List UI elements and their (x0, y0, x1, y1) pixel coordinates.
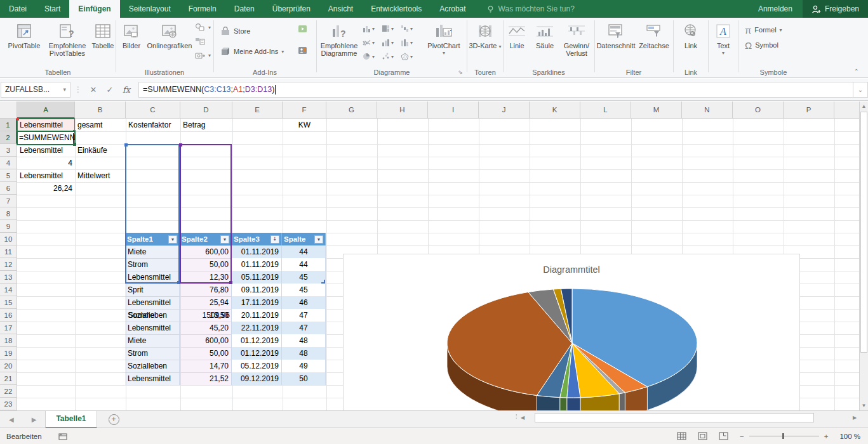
zeitachse-button[interactable]: Zeitachse (636, 20, 672, 66)
horizontal-scroll-thumb[interactable] (535, 413, 814, 422)
macro-record-icon[interactable] (58, 433, 67, 440)
tab-formeln[interactable]: Formeln (180, 0, 225, 18)
column-header-J[interactable]: J (479, 101, 530, 119)
table-header-spalte[interactable]: Spalte▼ (282, 233, 326, 245)
tab-seitenlayout[interactable]: Seitenlayout (120, 0, 180, 18)
row-header-9[interactable]: 9 (0, 220, 17, 233)
table-cell[interactable]: 12,30 (180, 271, 232, 284)
table-cell[interactable]: Lebensmittel (125, 372, 180, 385)
row-header-7[interactable]: 7 (0, 195, 17, 207)
row-header-16[interactable]: 16 (0, 309, 17, 322)
formula-bar-expand-button[interactable]: ⌄ (853, 82, 868, 98)
table-cell[interactable]: 22.11.2019 (232, 322, 282, 334)
table-cell[interactable]: 76,80 (180, 284, 232, 296)
name-box-dropdown-icon[interactable]: ▾ (63, 86, 66, 93)
sheet-nav-right-icon[interactable]: ▶ (23, 416, 46, 423)
empfohlene-diagramme-button[interactable]: ? Empfohlene Diagramme (318, 20, 360, 66)
tab-entwicklertools[interactable]: Entwicklertools (362, 0, 431, 18)
sparkline-linie-button[interactable]: Linie (504, 20, 530, 66)
cell-A6[interactable]: 26,24 (17, 182, 75, 195)
row-header-5[interactable]: 5 (0, 169, 17, 182)
name-box[interactable]: ZUFALLSB... ▾ (1, 82, 70, 98)
row-header-23[interactable]: 23 (0, 398, 17, 410)
pivottable-button[interactable]: PivotTable (4, 20, 44, 66)
zoom-slider[interactable]: − + (740, 433, 828, 440)
scroll-up-icon[interactable]: ▲ (860, 103, 868, 109)
table-cell[interactable]: Lebensmittel (125, 271, 180, 284)
table-cell[interactable]: 46 (282, 296, 326, 309)
line-chart-button[interactable]: ▾ (363, 36, 382, 49)
table-cell[interactable]: 50,00 (180, 258, 232, 271)
share-button[interactable]: Freigeben (803, 0, 868, 18)
cell-B1[interactable]: gesamt (75, 119, 126, 131)
row-header-10[interactable]: 10 (0, 233, 17, 245)
table-cell[interactable]: 44 (282, 245, 326, 258)
zoom-level[interactable]: 100 % (839, 433, 860, 440)
table-resize-handle[interactable] (321, 280, 325, 284)
row-header-17[interactable]: 17 (0, 322, 17, 334)
horizontal-scrollbar[interactable]: ◀ ▶ (518, 412, 859, 423)
cell-B3[interactable]: Einkäufe (75, 144, 126, 157)
addin-recent-1-icon[interactable] (298, 22, 307, 36)
datenschnitt-button[interactable]: Datenschnitt (595, 20, 637, 66)
empfohlene-pivottables-button[interactable]: ? Empfohlene PivotTables (44, 20, 90, 66)
table-cell[interactable]: Miete (125, 245, 180, 258)
addin-recent-2-icon[interactable] (298, 43, 307, 57)
table-cell[interactable]: 50,00 (180, 347, 232, 360)
row-header-21[interactable]: 21 (0, 372, 17, 385)
vertical-scroll-thumb[interactable] (860, 112, 867, 353)
select-all-corner[interactable] (0, 101, 17, 119)
zoom-thumb[interactable] (782, 433, 784, 439)
table-header-spalte3[interactable]: Spalte3⇣ (232, 233, 282, 245)
sign-in-button[interactable]: Anmelden (748, 0, 803, 18)
tab-daten[interactable]: Daten (225, 0, 264, 18)
table-cell[interactable]: 45 (282, 271, 326, 284)
row-header-19[interactable]: 19 (0, 347, 17, 360)
tabelle-button[interactable]: Tabelle (90, 20, 116, 66)
sparkline-saeule-button[interactable]: Säule (531, 20, 558, 66)
table-cell[interactable]: 48 (282, 334, 326, 347)
table-cell[interactable]: 48 (282, 347, 326, 360)
tell-me-search[interactable]: Was möchten Sie tun? (486, 0, 575, 18)
row-header-14[interactable]: 14 (0, 284, 17, 296)
waterfall-chart-button[interactable]: ▾ (401, 22, 420, 36)
table-cell[interactable]: 50 (282, 372, 326, 385)
column-header-N[interactable]: N (682, 101, 733, 119)
row-header-1[interactable]: 1 (0, 119, 17, 131)
bilder-button[interactable]: Bilder (117, 20, 145, 66)
scatter-chart-button[interactable]: ▾ (382, 49, 401, 63)
zoom-in-icon[interactable]: + (824, 433, 829, 440)
row-header-20[interactable]: 20 (0, 360, 17, 372)
table-cell[interactable]: Strom (125, 258, 180, 271)
text-button[interactable]: A Text ▾ (704, 20, 742, 66)
table-cell[interactable]: 49 (282, 360, 326, 372)
normal-view-icon[interactable] (677, 432, 686, 440)
table-cell[interactable]: 17.11.2019 (232, 296, 282, 309)
column-chart-button[interactable]: ▾ (363, 22, 382, 36)
karte-3d-button[interactable]: 3D-Karte ▾ (465, 20, 505, 66)
tab-ansicht[interactable]: Ansicht (319, 0, 362, 18)
chart-title[interactable]: Diagrammtitel (344, 264, 799, 275)
table-cell[interactable]: 01.12.2019 (232, 334, 282, 347)
cell-F1[interactable]: KW (283, 119, 326, 131)
table-cell[interactable]: 09.11.2019 (232, 284, 282, 296)
column-header-F[interactable]: F (283, 101, 326, 119)
tab-einfügen[interactable]: Einfügen (69, 0, 119, 18)
column-header-A[interactable]: A (17, 101, 75, 119)
table-cell[interactable]: 14,70 (180, 360, 232, 372)
bar-chart-button[interactable]: ▾ (382, 36, 401, 49)
tab-datei[interactable]: Datei (0, 0, 36, 18)
sparkline-gewinn-verlust-button[interactable]: Gewinn/ Verlust (559, 20, 594, 66)
table-cell[interactable]: 05.11.2019 (232, 271, 282, 284)
treemap-chart-button[interactable]: ▾ (382, 22, 401, 36)
enter-entry-button[interactable]: ✓ (102, 85, 118, 95)
tab-scroll-splitter[interactable]: ⁞ (516, 414, 516, 420)
pie-chart-panel[interactable]: Diagrammtitel MieteStromLebensmittelSpri… (343, 254, 800, 410)
table-cell[interactable]: 25,94 (180, 296, 232, 309)
smartart-button[interactable] (195, 34, 205, 48)
row-header-4[interactable]: 4 (0, 157, 17, 169)
column-header-M[interactable]: M (631, 101, 682, 119)
column-header-H[interactable]: H (377, 101, 428, 119)
pivotchart-button[interactable]: PivotChart ▾ (424, 20, 464, 66)
cancel-entry-button[interactable]: ✕ (85, 85, 102, 95)
